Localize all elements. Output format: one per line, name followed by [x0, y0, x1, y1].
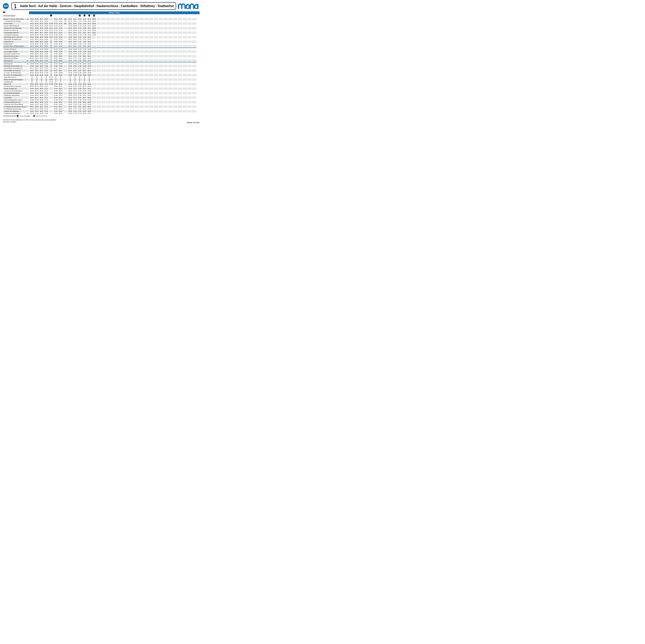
empty-cell — [187, 108, 192, 110]
time-cell: 17.05 — [73, 63, 77, 65]
empty-cell — [121, 29, 125, 32]
empty-cell — [111, 20, 115, 23]
time-cell: alle — [63, 18, 67, 20]
empty-cell — [173, 85, 177, 87]
empty-cell — [106, 63, 111, 65]
empty-cell — [187, 113, 192, 115]
time-cell — [92, 59, 96, 62]
time-cell: 16.55 — [73, 43, 77, 45]
time-cell: 18.41 — [92, 18, 96, 20]
empty-cell — [140, 48, 144, 50]
empty-cell — [187, 25, 192, 27]
time-cell: 16.48 — [68, 99, 72, 101]
empty-cell — [111, 65, 115, 67]
empty-cell — [101, 67, 105, 69]
time-cell — [92, 87, 96, 90]
time-cell: 06.50 — [44, 36, 48, 38]
time-cell — [92, 96, 96, 99]
day-band: Montag - Freitag — [29, 11, 199, 14]
empty-cell — [96, 31, 101, 34]
time-cell: 17.44 — [77, 92, 82, 94]
time-cell — [49, 103, 53, 105]
time-cell — [92, 81, 96, 83]
empty-cell — [140, 57, 144, 60]
empty-cell — [149, 50, 153, 53]
empty-cell — [135, 48, 139, 50]
empty-cell — [149, 40, 153, 43]
stop-name: - Dornier-/Lindauer Str. — [3, 88, 17, 89]
holiday-restriction-symbol: HS — [88, 15, 90, 16]
empty-cell — [149, 74, 153, 76]
empty-cell — [135, 55, 139, 57]
empty-cell — [130, 92, 134, 94]
empty-cell — [154, 92, 158, 94]
time-cell: 16.29 — [68, 50, 72, 53]
empty-cell — [192, 31, 196, 34]
empty-cell — [168, 99, 173, 101]
empty-cell — [168, 55, 173, 57]
time-cell — [92, 65, 96, 67]
empty-cell — [125, 36, 130, 38]
holiday-restriction-symbol: HS — [83, 15, 85, 16]
time-cell: 18.43 — [87, 90, 91, 92]
empty-cell — [135, 83, 139, 85]
time-cell: 07.44 — [58, 22, 63, 25]
time-cell: 08.00 — [58, 53, 63, 55]
time-cell: 17.44 — [82, 22, 86, 25]
stop-name-cell: - Feichtmayrstr./Stadtweiheran — [3, 113, 29, 115]
time-cell — [49, 85, 53, 87]
time-cell: 06.11 — [39, 18, 44, 20]
stop-row: - Auf der Halde/Heiligkr.Str.05.1505.450… — [3, 25, 196, 27]
time-cell: 05.32 — [30, 57, 34, 60]
empty-cell — [96, 43, 101, 45]
empty-cell — [121, 43, 125, 45]
empty-cell — [101, 72, 105, 74]
skip-stop-squiggle-icon — [77, 78, 82, 81]
empty-cell — [106, 36, 111, 38]
stop-row: - Zentrum (ehem. ZUM) (Steig B7)05.2705.… — [3, 45, 196, 47]
stop-name: - Hbf (Steig A2) — [3, 60, 12, 61]
skip-stop-squiggle-icon — [68, 78, 72, 81]
empty-cell — [135, 90, 139, 92]
empty-cell — [168, 25, 173, 27]
time-cell: 05.28 — [30, 48, 34, 50]
time-cell: 18.38 — [87, 74, 91, 76]
time-cell: 06.24 — [35, 113, 39, 115]
time-cell: 17.16 — [77, 27, 82, 29]
empty-cell — [111, 76, 115, 78]
footer-info: Informationen im mona Kundencenter Tel. … — [3, 119, 56, 123]
time-cell: 07.22 — [54, 38, 58, 41]
empty-cell — [140, 87, 144, 90]
empty-cell — [135, 69, 139, 72]
stop-row: - Leutkircher-/Biberacher Str.05.4906.19… — [3, 101, 196, 103]
time-cell: 18.17 — [82, 96, 86, 99]
stop-name: - Bahnhofstr./Haslacher Str. — [3, 53, 20, 54]
empty-cell — [154, 40, 158, 43]
empty-cell — [173, 63, 177, 65]
empty-cell — [173, 18, 177, 20]
time-cell: 17.07 — [73, 69, 77, 72]
empty-cell — [140, 53, 144, 55]
time-cell: 06.19 — [35, 101, 39, 103]
empty-cell — [154, 36, 158, 38]
empty-cell — [101, 110, 105, 113]
stop-name: - T.-Dannheimer-Str./Vilsweg — [3, 20, 20, 22]
empty-cell — [183, 31, 187, 34]
stop-name-cell: - Heiligkreuzer Str./Falkenweg — [3, 27, 29, 29]
empty-cell — [111, 74, 115, 76]
time-cell — [92, 55, 96, 57]
time-cell: 06.17 — [39, 31, 44, 34]
empty-cell — [149, 63, 153, 65]
empty-cell — [159, 69, 163, 72]
time-cell: 08.10 — [58, 83, 63, 85]
empty-cell — [144, 96, 149, 99]
empty-cell — [111, 59, 115, 62]
empty-cell — [106, 99, 111, 101]
empty-cell — [178, 65, 182, 67]
time-cell: 18.35 — [87, 63, 91, 65]
stop-row: - Königstr./Hirnbeinstr.05.2805.5806.280… — [3, 48, 196, 50]
empty-cell — [149, 85, 153, 87]
empty-cell — [144, 103, 149, 105]
time-cell — [63, 72, 67, 74]
empty-cell — [96, 25, 101, 27]
